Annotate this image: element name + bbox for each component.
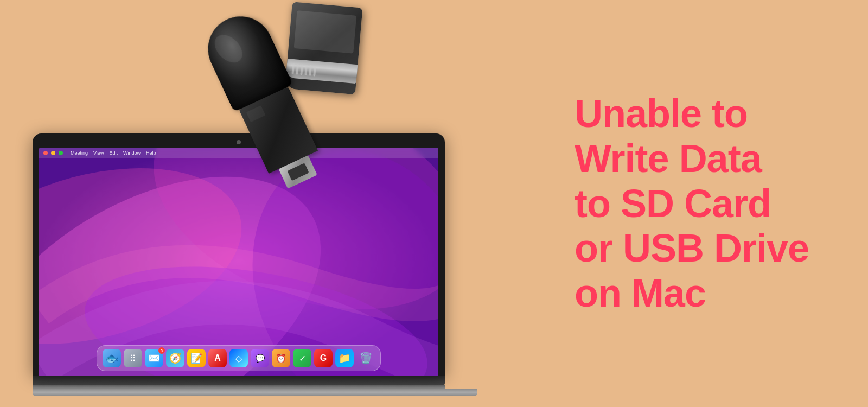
macbook-screen: Meeting View Edit Window Help 🐟 ⠿	[39, 148, 438, 376]
dock-mail-icon: ✉️ 3	[145, 349, 163, 367]
macbook-base	[33, 389, 477, 396]
title-line3: to SD Card	[575, 182, 771, 225]
dock-bezel-icon: 💬	[251, 349, 269, 367]
dock-notes-icon: 📝	[187, 349, 206, 367]
title-line2: Write Data	[575, 137, 762, 180]
article-title: Unable to Write Data to SD Card or USB D…	[575, 91, 809, 316]
dock-dropbox-icon: ◇	[229, 349, 248, 367]
usb-connector-hole	[287, 163, 309, 181]
dock-trash-icon: 🗑️	[356, 349, 375, 367]
menu-view: View	[93, 150, 104, 156]
dock-archiver-icon: A	[208, 349, 227, 367]
menu-window: Window	[123, 150, 141, 156]
menu-meeting: Meeting	[71, 150, 88, 156]
menu-help: Help	[146, 150, 156, 156]
title-line5: on Mac	[575, 271, 706, 315]
left-section: Meeting View Edit Window Help 🐟 ⠿	[0, 0, 488, 407]
window-minimize-dot	[51, 151, 55, 155]
title-line1: Unable to	[575, 92, 748, 135]
dock-files-icon: 📁	[335, 349, 354, 367]
right-section: Unable to Write Data to SD Card or USB D…	[515, 0, 868, 407]
window-maximize-dot	[59, 151, 63, 155]
dock-taskheat-icon: ✓	[293, 349, 311, 367]
dock-lungo-icon: ⏰	[272, 349, 290, 367]
macos-dock: 🐟 ⠿ ✉️ 3 🧭 📝 A	[97, 345, 381, 371]
sd-card-label-area	[294, 10, 357, 53]
macbook-bottom-bezel	[33, 376, 445, 385]
dock-launchpad-icon: ⠿	[124, 349, 142, 367]
dock-grammarly-icon: G	[314, 349, 333, 367]
window-close-dot	[43, 151, 48, 155]
menu-edit: Edit	[109, 150, 118, 156]
dock-safari-icon: 🧭	[166, 349, 184, 367]
dock-finder-icon: 🐟	[103, 349, 121, 367]
title-line4: or USB Drive	[575, 226, 809, 270]
